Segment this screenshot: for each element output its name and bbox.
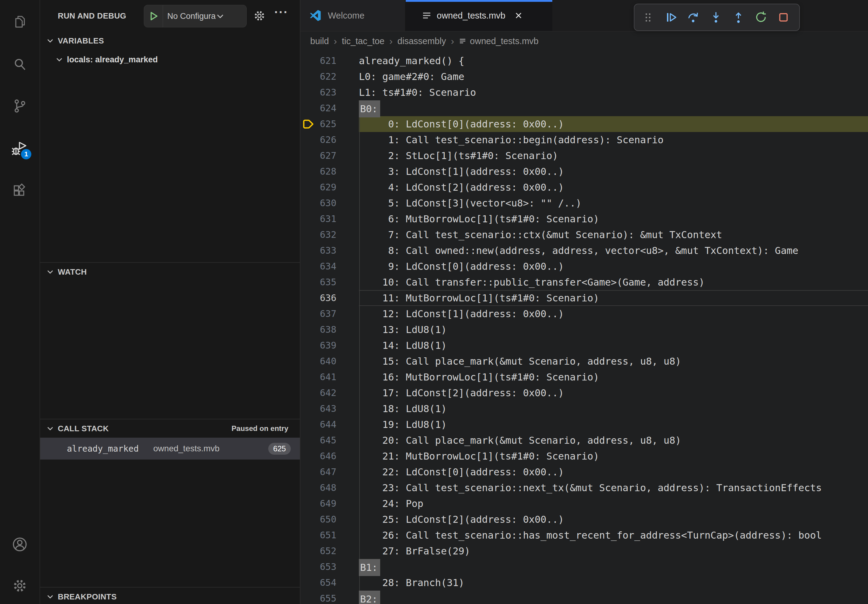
code-line[interactable]: 641 16: MutBorrowLoc[1](ts#1#0: Scenario… bbox=[301, 369, 868, 385]
variables-locals-row[interactable]: locals: already_marked bbox=[40, 51, 300, 69]
code-line[interactable]: 636 11: MutBorrowLoc[1](ts#1#0: Scenario… bbox=[301, 290, 868, 306]
code-line[interactable]: 645 20: Call place_mark(&mut Scenario, a… bbox=[301, 432, 868, 448]
line-number[interactable]: 629 bbox=[317, 180, 359, 195]
breakpoints-section-header[interactable]: BREAKPOINTS bbox=[40, 588, 300, 604]
line-number[interactable]: 637 bbox=[317, 306, 359, 322]
code-line[interactable]: 622L0: game#2#0: Game bbox=[301, 69, 868, 85]
account-icon[interactable] bbox=[11, 536, 28, 553]
code-line[interactable]: 655B2: bbox=[301, 591, 868, 604]
code-line[interactable]: 651 26: Call test_scenario::has_most_rec… bbox=[301, 527, 868, 543]
line-number[interactable]: 626 bbox=[317, 132, 359, 148]
breakpoint-margin[interactable] bbox=[301, 432, 317, 448]
line-text[interactable]: 11: MutBorrowLoc[1](ts#1#0: Scenario) bbox=[359, 290, 868, 306]
line-number[interactable]: 632 bbox=[317, 227, 359, 243]
breadcrumb-item[interactable]: tic_tac_toe bbox=[342, 36, 384, 46]
debug-config-control[interactable]: No Configura bbox=[144, 5, 246, 27]
step-into-button[interactable] bbox=[709, 11, 722, 24]
code-line[interactable]: 637 12: LdConst[1](address: 0x00..) bbox=[301, 306, 868, 322]
gutter[interactable]: 644 bbox=[301, 417, 359, 432]
breakpoint-margin[interactable] bbox=[301, 511, 317, 527]
stop-button[interactable] bbox=[777, 11, 790, 24]
breadcrumb-item[interactable]: disassembly bbox=[397, 36, 446, 46]
line-text[interactable]: 2: StLoc[1](ts#1#0: Scenario) bbox=[359, 148, 868, 164]
breakpoint-margin[interactable] bbox=[301, 148, 317, 164]
breakpoint-margin[interactable] bbox=[301, 559, 317, 575]
code-line[interactable]: 652 27: BrFalse(29) bbox=[301, 543, 868, 559]
line-text[interactable]: 8: Call owned::new(address, address, vec… bbox=[359, 243, 868, 259]
gutter[interactable]: 625 bbox=[301, 116, 359, 132]
breakpoint-margin[interactable] bbox=[301, 164, 317, 180]
extensions-icon[interactable] bbox=[11, 183, 28, 200]
gutter[interactable]: 651 bbox=[301, 527, 359, 543]
line-number[interactable]: 644 bbox=[317, 417, 359, 432]
line-number[interactable]: 627 bbox=[317, 148, 359, 164]
code-line[interactable]: 629 4: LdConst[2](address: 0x00..) bbox=[301, 180, 868, 195]
gutter[interactable]: 629 bbox=[301, 180, 359, 195]
line-text[interactable]: 18: LdU8(1) bbox=[359, 401, 868, 417]
gutter[interactable]: 645 bbox=[301, 432, 359, 448]
line-number[interactable]: 623 bbox=[317, 85, 359, 101]
line-text[interactable]: 16: MutBorrowLoc[1](ts#1#0: Scenario) bbox=[359, 369, 868, 385]
line-text[interactable]: B1: bbox=[359, 559, 868, 575]
breakpoint-margin[interactable] bbox=[301, 101, 317, 116]
gutter[interactable]: 627 bbox=[301, 148, 359, 164]
breadcrumb-item[interactable]: build bbox=[310, 36, 329, 46]
gutter[interactable]: 641 bbox=[301, 369, 359, 385]
line-number[interactable]: 650 bbox=[317, 511, 359, 527]
line-number[interactable]: 633 bbox=[317, 243, 359, 259]
code-line[interactable]: 644 19: LdU8(1) bbox=[301, 417, 868, 432]
line-number[interactable]: 646 bbox=[317, 448, 359, 464]
gutter[interactable]: 622 bbox=[301, 69, 359, 85]
breakpoint-margin[interactable] bbox=[301, 227, 317, 243]
line-text[interactable]: 26: Call test_scenario::has_most_recent_… bbox=[359, 527, 868, 543]
breakpoint-margin[interactable] bbox=[301, 53, 317, 69]
line-number[interactable]: 625 bbox=[317, 116, 359, 132]
line-text[interactable]: 1: Call test_scenario::begin(address): S… bbox=[359, 132, 868, 148]
breakpoint-margin[interactable] bbox=[301, 543, 317, 559]
step-out-button[interactable] bbox=[732, 11, 745, 24]
step-over-button[interactable] bbox=[687, 11, 700, 24]
breakpoint-margin[interactable] bbox=[301, 69, 317, 85]
line-number[interactable]: 640 bbox=[317, 353, 359, 369]
code-line[interactable]: 630 5: LdConst[3](vector<u8>: "" /..) bbox=[301, 195, 868, 211]
gutter[interactable]: 654 bbox=[301, 575, 359, 591]
line-number[interactable]: 622 bbox=[317, 69, 359, 85]
toolbar-drag-handle[interactable] bbox=[642, 11, 655, 24]
gutter[interactable]: 623 bbox=[301, 85, 359, 101]
gutter[interactable]: 655 bbox=[301, 591, 359, 604]
line-number[interactable]: 654 bbox=[317, 575, 359, 591]
breakpoint-margin[interactable] bbox=[301, 132, 317, 148]
gutter[interactable]: 635 bbox=[301, 274, 359, 290]
gutter[interactable]: 630 bbox=[301, 195, 359, 211]
breakpoint-margin[interactable] bbox=[301, 306, 317, 322]
line-number[interactable]: 639 bbox=[317, 338, 359, 353]
gutter[interactable]: 624 bbox=[301, 101, 359, 116]
gutter[interactable]: 637 bbox=[301, 306, 359, 322]
breakpoint-margin[interactable] bbox=[301, 338, 317, 353]
line-text[interactable]: 22: LdConst[0](address: 0x00..) bbox=[359, 464, 868, 480]
breakpoint-margin[interactable] bbox=[301, 274, 317, 290]
breakpoint-margin[interactable] bbox=[301, 85, 317, 101]
line-text[interactable]: B0: bbox=[359, 101, 868, 116]
close-icon[interactable] bbox=[514, 11, 523, 20]
breakpoint-margin[interactable] bbox=[301, 591, 317, 604]
line-text[interactable]: 17: LdConst[2](address: 0x00..) bbox=[359, 385, 868, 401]
gutter[interactable]: 631 bbox=[301, 211, 359, 227]
line-number[interactable]: 634 bbox=[317, 259, 359, 274]
line-number[interactable]: 641 bbox=[317, 369, 359, 385]
breakpoint-margin[interactable] bbox=[301, 527, 317, 543]
more-actions-icon[interactable]: ··· bbox=[274, 5, 288, 19]
code-line[interactable]: 621already_marked() { bbox=[301, 53, 868, 69]
breakpoint-margin[interactable] bbox=[301, 180, 317, 195]
line-number[interactable]: 643 bbox=[317, 401, 359, 417]
line-text[interactable]: 20: Call place_mark(&mut Scenario, addre… bbox=[359, 432, 868, 448]
breakpoint-margin[interactable] bbox=[301, 211, 317, 227]
line-text[interactable]: 0: LdConst[0](address: 0x00..) bbox=[359, 116, 868, 132]
code-line[interactable]: 649 24: Pop bbox=[301, 496, 868, 511]
line-number[interactable]: 647 bbox=[317, 464, 359, 480]
code-line[interactable]: 642 17: LdConst[2](address: 0x00..) bbox=[301, 385, 868, 401]
code-line[interactable]: 639 14: LdU8(1) bbox=[301, 338, 868, 353]
code-line[interactable]: 643 18: LdU8(1) bbox=[301, 401, 868, 417]
breakpoint-margin[interactable] bbox=[301, 195, 317, 211]
settings-gear-icon[interactable] bbox=[11, 577, 28, 594]
